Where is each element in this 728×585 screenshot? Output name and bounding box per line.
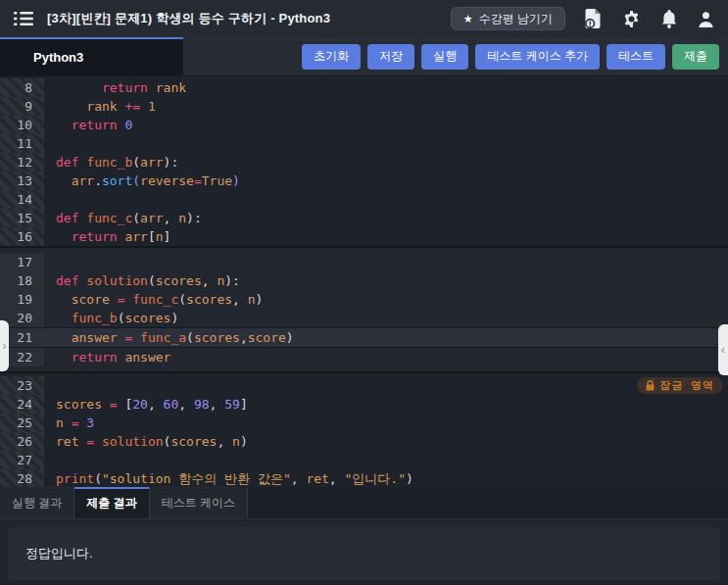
line-number: 19 <box>0 290 44 309</box>
code-line-22[interactable]: 22 return answer <box>0 348 728 366</box>
code-line-28: 28print("solution 함수의 반환 값은", ret, "입니다.… <box>0 469 728 487</box>
tab-python3-label: Python3 <box>33 50 83 65</box>
test-button[interactable]: 테스트 <box>607 44 665 70</box>
tab-test-case[interactable]: 테스트 케이스 <box>150 487 248 518</box>
code-line-21[interactable]: 21 answer = func_a(scores,score) <box>0 327 728 348</box>
code-line-23: 23잠금 영역 <box>0 376 728 395</box>
line-number: 16 <box>0 227 44 246</box>
result-tabs: 실행 결과제출 결과테스트 케이스 <box>0 487 728 519</box>
code-text: def func_b(arr): <box>44 153 728 171</box>
save-button[interactable]: 저장 <box>367 44 414 70</box>
code-text: score = func_c(scores, n) <box>44 290 728 309</box>
line-number: 23 <box>0 376 44 395</box>
code-text: n = 3 <box>44 414 728 432</box>
line-number: 13 <box>0 171 44 190</box>
code-line-19[interactable]: 19 score = func_c(scores, n) <box>0 290 728 309</box>
add-testcase-button[interactable]: 테스트 케이스 추가 <box>475 44 600 70</box>
code-line-24: 24scores = [20, 60, 98, 59] <box>0 395 728 414</box>
code-text <box>44 376 728 395</box>
code-line-10: 10 return 0 <box>0 116 728 134</box>
code-text: return 0 <box>44 116 728 134</box>
run-button[interactable]: 실행 <box>421 44 468 70</box>
header-icons: ! <box>585 9 714 28</box>
reset-button[interactable]: 초기화 <box>302 44 361 70</box>
result-card: 정답입니다. <box>8 527 720 580</box>
line-number: 24 <box>0 395 44 414</box>
page-title: [3차][빈칸] 문제1) 학생의 등수 구하기 - Python3 <box>47 10 330 27</box>
line-number: 10 <box>0 116 44 134</box>
toolbar-buttons: 초기화저장실행테스트 케이스 추가테스트제출 <box>302 37 728 75</box>
review-button-label: 수강평 남기기 <box>479 11 553 27</box>
code-line-26: 26ret = solution(scores, n) <box>0 432 728 451</box>
code-line-11: 11 <box>0 134 728 153</box>
code-line-27: 27 <box>0 451 728 469</box>
code-text: def solution(scores, n): <box>44 271 728 290</box>
code-line-20[interactable]: 20 func_b(scores) <box>0 309 728 327</box>
code-text: print("solution 함수의 반환 값은", ret, "입니다.") <box>44 469 728 487</box>
line-number: 9 <box>0 97 44 116</box>
editable-code-block: 1718def solution(scores, n):19 score = f… <box>0 248 728 371</box>
tab-python3[interactable]: Python3 <box>0 37 183 75</box>
code-text: answer = func_a(scores,score) <box>44 328 728 347</box>
result-text: 정답입니다. <box>25 545 93 562</box>
bell-icon[interactable] <box>661 10 677 28</box>
line-number: 11 <box>0 134 44 153</box>
code-line-8: 8 return rank <box>0 78 728 97</box>
locked-code-block: 8 return rank9 rank += 110 return 01112d… <box>0 76 728 248</box>
top-header: [3차][빈칸] 문제1) 학생의 등수 구하기 - Python3 ★ 수강평… <box>0 0 728 37</box>
code-text: return answer <box>44 348 728 366</box>
line-number: 18 <box>0 271 44 290</box>
line-number: 8 <box>0 78 44 97</box>
app-window: [3차][빈칸] 문제1) 학생의 등수 구하기 - Python3 ★ 수강평… <box>0 0 728 585</box>
code-text <box>44 134 728 153</box>
star-icon: ★ <box>463 14 473 24</box>
line-number: 25 <box>0 414 44 432</box>
code-text <box>44 253 728 271</box>
code-line-16: 16 return arr[n] <box>0 227 728 246</box>
submit-button[interactable]: 제출 <box>672 44 719 70</box>
svg-text:!: ! <box>588 20 591 28</box>
line-number: 26 <box>0 432 44 451</box>
lock-area-badge: 잠금 영역 <box>637 377 723 394</box>
chevron-left-icon: ‹ <box>721 343 725 357</box>
code-text: return arr[n] <box>44 227 728 246</box>
file-alert-icon[interactable]: ! <box>585 9 602 28</box>
code-line-18[interactable]: 18def solution(scores, n): <box>0 271 728 290</box>
code-editor[interactable]: 8 return rank9 rank += 110 return 01112d… <box>0 76 728 487</box>
tab-run-result[interactable]: 실행 결과 <box>0 487 74 518</box>
line-number: 27 <box>0 451 44 469</box>
code-text: arr.sort(reverse=True) <box>44 171 728 190</box>
left-panel-handle[interactable]: › <box>0 320 9 371</box>
code-text: ret = solution(scores, n) <box>44 432 728 451</box>
line-number: 12 <box>0 153 44 171</box>
code-text: rank += 1 <box>44 97 728 116</box>
code-line-25: 25n = 3 <box>0 414 728 432</box>
line-number: 17 <box>0 253 44 271</box>
tab-submit-result[interactable]: 제출 결과 <box>74 487 149 518</box>
code-text: scores = [20, 60, 98, 59] <box>44 395 728 414</box>
menu-list-icon[interactable] <box>14 11 33 26</box>
code-line-14: 14 <box>0 190 728 209</box>
code-text: def func_c(arr, n): <box>44 209 728 227</box>
code-text <box>44 190 728 209</box>
code-line-15: 15def func_c(arr, n): <box>0 209 728 227</box>
review-button[interactable]: ★ 수강평 남기기 <box>451 7 565 30</box>
line-number: 14 <box>0 190 44 209</box>
line-number: 28 <box>0 469 44 487</box>
editor-toolbar: Python3 초기화저장실행테스트 케이스 추가테스트제출 <box>0 37 728 76</box>
code-line-13: 13 arr.sort(reverse=True) <box>0 171 728 190</box>
result-panel: 정답입니다. <box>0 519 728 585</box>
lock-icon <box>646 380 655 391</box>
right-panel-handle[interactable]: ‹ <box>718 324 728 375</box>
code-line-17[interactable]: 17 <box>0 253 728 271</box>
locked-code-block: 23잠금 영역24scores = [20, 60, 98, 59]25n = … <box>0 371 728 487</box>
line-number: 15 <box>0 209 44 227</box>
code-text: func_b(scores) <box>44 309 728 327</box>
user-icon[interactable] <box>698 11 714 27</box>
code-line-12: 12def func_b(arr): <box>0 153 728 171</box>
code-text <box>44 451 728 469</box>
code-text: return rank <box>44 78 728 97</box>
gear-icon[interactable] <box>622 10 641 28</box>
lock-area-badge-label: 잠금 영역 <box>659 376 714 395</box>
chevron-right-icon: › <box>3 339 7 353</box>
